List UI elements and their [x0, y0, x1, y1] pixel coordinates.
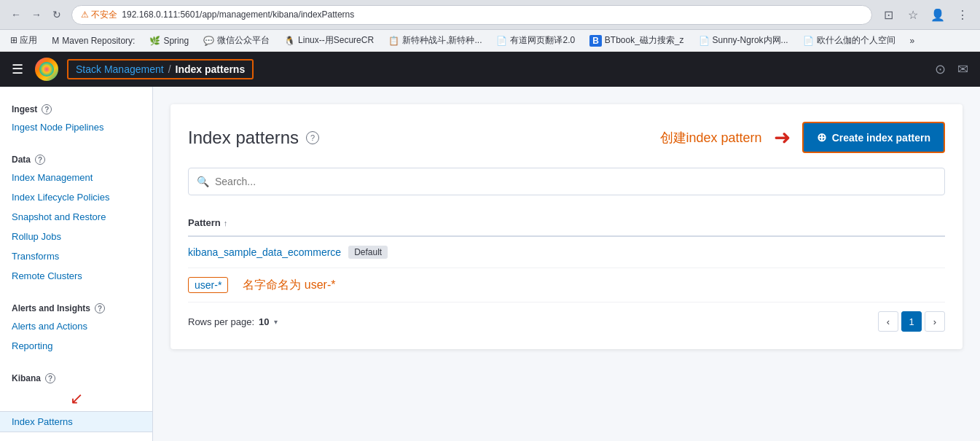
bookmark-wechat[interactable]: 💬 微信公众平台 [200, 33, 273, 48]
content-inner: Index patterns ? 创建index pattern ➜ ⊕ Cre… [170, 104, 963, 349]
kibana-help-icon[interactable]: ? [45, 373, 55, 383]
search-container: 🔍 [188, 168, 945, 195]
bookmark-personal[interactable]: 📄 欧什么伽的个人空间 [800, 33, 898, 48]
sidebar-item-index-patterns[interactable]: Index Patterns [0, 411, 152, 432]
settings-icon-button[interactable]: ⊙ [932, 58, 949, 80]
breadcrumb-parent-link[interactable]: Stack Management [76, 63, 164, 75]
rows-per-page-control[interactable]: Rows per page: 10 ▾ [188, 316, 278, 327]
sidebar-item-index-management[interactable]: Index Management [0, 168, 152, 187]
bookmark-spring[interactable]: 🌿 Spring [146, 34, 192, 47]
top-nav: ☰ Stack Management / Index patterns ⊙ ✉ [0, 52, 980, 87]
content-panel: Index patterns ? 创建index pattern ➜ ⊕ Cre… [153, 87, 980, 441]
sidebar-item-ingest-node-pipelines[interactable]: Ingest Node Pipelines [0, 117, 152, 137]
sort-icon[interactable]: ↑ [224, 219, 228, 227]
annotation-area: 创建index pattern ➜ ⊕ Create index pattern [660, 122, 945, 153]
table-row[interactable]: kibana_sample_data_ecommerce Default [188, 237, 945, 268]
svg-point-0 [39, 62, 54, 77]
default-badge: Default [348, 246, 388, 259]
sidebar-section-kibana: Kibana ? [0, 367, 152, 386]
breadcrumb-current-page: Index patterns [176, 63, 246, 75]
nav-buttons: ← → ↻ [7, 6, 66, 23]
top-nav-right: ⊙ ✉ [932, 58, 971, 80]
pattern-user-link[interactable]: user-* [188, 277, 228, 293]
sidebar-item-snapshot-and-restore[interactable]: Snapshot and Restore [0, 207, 152, 227]
ingest-help-icon[interactable]: ? [42, 104, 52, 114]
warning-text: 不安全 [91, 9, 117, 20]
mail-icon-button[interactable]: ✉ [954, 58, 971, 80]
annotation-pattern-text: 名字命名为 user-* [243, 278, 335, 293]
sidebar-item-remote-clusters[interactable]: Remote Clusters [0, 266, 152, 286]
plus-icon: ⊕ [817, 130, 826, 144]
create-index-pattern-button[interactable]: ⊕ Create index pattern [802, 122, 945, 153]
sidebar-item-rollup-jobs[interactable]: Rollup Jobs [0, 227, 152, 246]
chevron-down-icon: ▾ [274, 318, 278, 326]
annotation-arrow-icon: ➜ [774, 125, 791, 149]
search-icon: 🔍 [197, 176, 209, 187]
browser-action-buttons: ⊡ ☆ 👤 ⋮ [878, 4, 973, 25]
annotation-text: 创建index pattern [660, 129, 762, 147]
sidebar-item-alerts-and-actions[interactable]: Alerts and Actions [0, 316, 152, 336]
sidebar-item-reporting[interactable]: Reporting [0, 336, 152, 356]
bookmark-linux[interactable]: 🐧 Linux--用SecureCR [281, 33, 377, 48]
table-row[interactable]: user-* 名字命名为 user-* [188, 268, 945, 303]
bookmark-ngrok[interactable]: 📄 Sunny-Ngrok内网... [696, 33, 791, 48]
refresh-button[interactable]: ↻ [48, 6, 66, 23]
page-1-button[interactable]: 1 [901, 311, 922, 332]
bookmark-btbook[interactable]: B BTbook_磁力搜索_z [587, 33, 686, 48]
rows-per-page-label: Rows per page: [188, 316, 254, 327]
pattern-ecommerce-link[interactable]: kibana_sample_data_ecommerce [188, 246, 341, 258]
sidebar-section-alerts: Alerts and Insights ? [0, 297, 152, 316]
menu-button[interactable]: ⋮ [952, 4, 973, 25]
sidebar-item-transforms[interactable]: Transforms [0, 246, 152, 266]
security-warning-icon: ⚠ 不安全 [81, 9, 117, 21]
page-title-row: Index patterns ? [188, 128, 319, 148]
bookmark-button[interactable]: ☆ [903, 4, 923, 25]
search-input[interactable] [188, 168, 945, 195]
data-label: Data [12, 155, 31, 165]
page-title-help-icon[interactable]: ? [306, 131, 319, 144]
bookmark-youdao[interactable]: 📄 有道网页翻译2.0 [493, 33, 578, 48]
page-title: Index patterns [188, 128, 299, 148]
kibana-label: Kibana [12, 373, 41, 383]
prev-page-button[interactable]: ‹ [878, 311, 898, 332]
profile-button[interactable]: 👤 [928, 4, 948, 25]
pagination: ‹ 1 › [878, 311, 945, 332]
table-header: Pattern ↑ [188, 210, 945, 237]
browser-bar: ← → ↻ ⚠ 不安全 192.168.0.111:5601/app/manag… [0, 0, 980, 30]
create-button-label: Create index pattern [832, 132, 930, 144]
hamburger-button[interactable]: ☰ [9, 58, 26, 80]
bookmark-war[interactable]: 📋 新特种战斗,新特种... [385, 33, 485, 48]
kibana-logo [35, 58, 58, 81]
bookmark-more[interactable]: » [907, 34, 918, 47]
forward-button[interactable]: → [28, 6, 45, 23]
bookmark-maven[interactable]: M Maven Repository: [49, 34, 138, 47]
app-container: ☰ Stack Management / Index patterns ⊙ ✉ [0, 52, 980, 441]
alerts-help-icon[interactable]: ? [95, 303, 105, 313]
page-header: Index patterns ? 创建index pattern ➜ ⊕ Cre… [188, 122, 945, 153]
sidebar-section-ingest: Ingest ? [0, 98, 152, 117]
bookmarks-bar: ⊞ 应用 M Maven Repository: 🌿 Spring 💬 微信公众… [0, 30, 980, 52]
url-bar[interactable]: ⚠ 不安全 192.168.0.111:5601/app/management/… [71, 5, 872, 25]
bookmarks-label: ⊞ 应用 [7, 33, 40, 48]
breadcrumb: Stack Management / Index patterns [67, 59, 254, 79]
pattern-column-header: Pattern [188, 217, 221, 228]
next-page-button[interactable]: › [925, 311, 945, 332]
ingest-label: Ingest [12, 104, 37, 114]
sidebar-item-index-lifecycle-policies[interactable]: Index Lifecycle Policies [0, 187, 152, 207]
breadcrumb-separator: / [168, 63, 171, 75]
table-footer: Rows per page: 10 ▾ ‹ 1 › [188, 303, 945, 332]
sidebar-section-data: Data ? [0, 149, 152, 168]
back-button[interactable]: ← [7, 6, 25, 23]
alerts-label: Alerts and Insights [12, 303, 90, 313]
main-area: Ingest ? Ingest Node Pipelines Data ? In… [0, 87, 980, 441]
sidebar: Ingest ? Ingest Node Pipelines Data ? In… [0, 87, 153, 441]
sidebar-arrow-annotation: ↙ [0, 386, 152, 411]
rows-per-page-value: 10 [259, 316, 269, 327]
data-help-icon[interactable]: ? [35, 155, 45, 165]
screenshot-button[interactable]: ⊡ [878, 4, 898, 25]
url-text: 192.168.0.111:5601/app/management/kibana… [122, 9, 354, 20]
